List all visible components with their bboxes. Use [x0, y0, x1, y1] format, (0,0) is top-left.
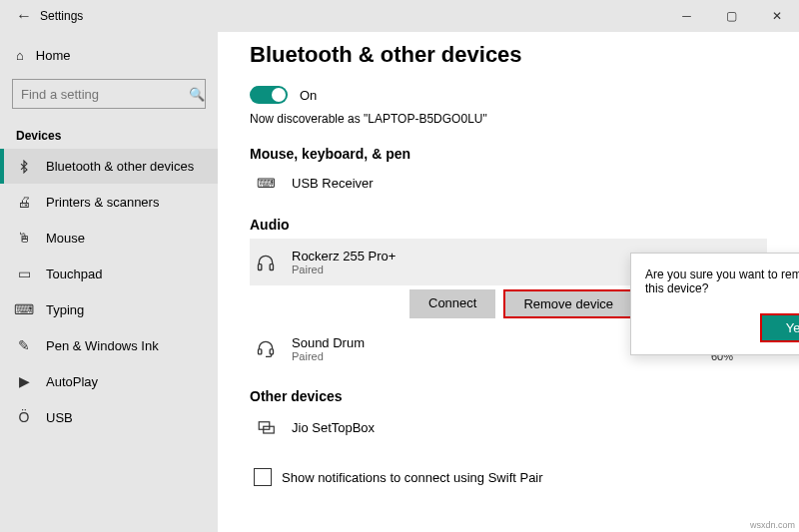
device-icon: [254, 418, 278, 436]
headphones-icon: [254, 253, 278, 272]
sidebar-item-autoplay[interactable]: ▶ AutoPlay: [0, 363, 218, 399]
connect-button[interactable]: Connect: [409, 289, 495, 318]
device-name: USB Receiver: [292, 176, 374, 191]
svg-rect-2: [259, 349, 262, 354]
swift-pair-label: Show notifications to connect using Swif…: [282, 470, 543, 485]
svg-rect-0: [259, 264, 262, 269]
discoverable-text: Now discoverable as "LAPTOP-B5DGO0LU": [250, 112, 767, 126]
confirm-dialog: Are you sure you want to remove this dev…: [630, 253, 799, 355]
sidebar-item-label: Mouse: [46, 231, 85, 246]
printer-icon: 🖨: [16, 194, 32, 210]
section-heading-other: Other devices: [250, 388, 767, 404]
sidebar-item-pen[interactable]: ✎ Pen & Windows Ink: [0, 327, 218, 363]
remove-device-button[interactable]: Remove device: [503, 289, 633, 318]
sidebar-item-label: Typing: [46, 302, 84, 317]
sidebar-item-label: AutoPlay: [46, 374, 98, 389]
dialog-text: Are you sure you want to remove this dev…: [645, 267, 799, 295]
device-status: Paired: [292, 350, 365, 362]
sidebar-item-typing[interactable]: ⌨ Typing: [0, 291, 218, 327]
watermark: wsxdn.com: [750, 520, 795, 530]
close-button[interactable]: ✕: [754, 9, 799, 23]
toggle-state: On: [300, 88, 317, 103]
svg-rect-3: [270, 349, 273, 354]
device-name: Sound Drum: [292, 335, 365, 350]
sidebar-item-label: Touchpad: [46, 266, 102, 281]
window-title: Settings: [40, 9, 83, 23]
search-icon: 🔍: [189, 87, 205, 102]
swift-pair-row[interactable]: Show notifications to connect using Swif…: [250, 468, 767, 486]
headset-icon: [254, 338, 278, 358]
search-box[interactable]: 🔍: [12, 79, 206, 109]
pen-icon: ✎: [16, 337, 32, 353]
back-button[interactable]: ←: [8, 7, 40, 25]
touchpad-icon: ▭: [16, 266, 32, 281]
home-label: Home: [36, 48, 71, 63]
sidebar-item-touchpad[interactable]: ▭ Touchpad: [0, 256, 218, 291]
svg-rect-4: [259, 422, 270, 430]
section-heading-audio: Audio: [250, 217, 767, 233]
keyboard-icon: ⌨: [254, 176, 278, 191]
sidebar-item-label: Pen & Windows Ink: [46, 338, 159, 353]
content-pane: Bluetooth & other devices On Now discove…: [218, 32, 799, 532]
device-usb-receiver[interactable]: ⌨ USB Receiver: [250, 168, 767, 199]
sidebar-item-usb[interactable]: Ö USB: [0, 399, 218, 435]
device-settopbox[interactable]: Jio SetTopBox: [250, 410, 767, 444]
usb-icon: Ö: [16, 409, 32, 425]
sidebar-item-mouse[interactable]: 🖱 Mouse: [0, 220, 218, 256]
section-heading-mkp: Mouse, keyboard, & pen: [250, 146, 767, 162]
dialog-yes-button[interactable]: Yes: [760, 313, 799, 342]
page-title: Bluetooth & other devices: [250, 42, 767, 68]
keyboard-icon: ⌨: [16, 301, 32, 317]
bluetooth-icon: [16, 160, 32, 174]
mouse-icon: 🖱: [16, 230, 32, 246]
home-icon: ⌂: [16, 48, 24, 63]
sidebar-item-label: Printers & scanners: [46, 195, 159, 210]
device-name: Jio SetTopBox: [292, 420, 375, 435]
bluetooth-toggle[interactable]: [250, 86, 288, 104]
checkbox[interactable]: [254, 468, 272, 486]
sidebar-item-bluetooth[interactable]: Bluetooth & other devices: [0, 149, 218, 184]
home-nav[interactable]: ⌂ Home: [0, 40, 218, 71]
svg-rect-1: [270, 264, 273, 269]
sidebar-section-label: Devices: [0, 117, 218, 149]
titlebar: ← Settings ─ ▢ ✕: [0, 0, 799, 32]
sidebar-item-label: Bluetooth & other devices: [46, 159, 194, 174]
device-status: Paired: [292, 264, 396, 275]
autoplay-icon: ▶: [16, 373, 32, 389]
device-name: Rockerz 255 Pro+: [292, 249, 396, 264]
search-input[interactable]: [21, 87, 189, 102]
sidebar-item-printers[interactable]: 🖨 Printers & scanners: [0, 184, 218, 220]
minimize-button[interactable]: ─: [664, 9, 709, 23]
sidebar-item-label: USB: [46, 410, 73, 425]
sidebar: ⌂ Home 🔍 Devices Bluetooth & other devic…: [0, 32, 218, 532]
maximize-button[interactable]: ▢: [709, 9, 754, 23]
